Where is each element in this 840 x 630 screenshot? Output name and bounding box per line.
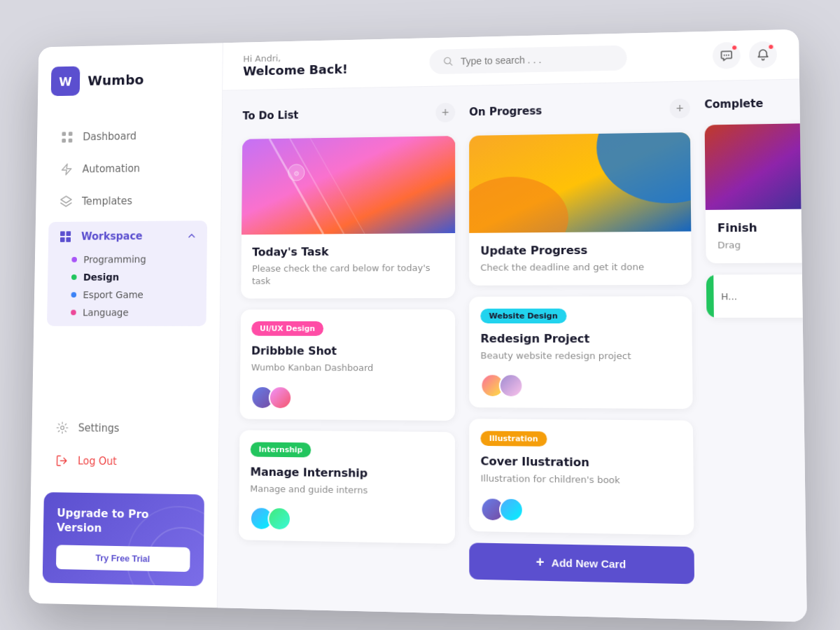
dribbble-shot-card[interactable]: UI/UX Design Dribbble Shot Wumbo Kanban … — [240, 309, 456, 420]
svg-rect-5 — [66, 231, 71, 236]
language-label: Language — [83, 307, 129, 318]
update-progress-card[interactable]: Update Progress Check the deadline and g… — [469, 132, 692, 286]
workspace-sub-language[interactable]: Language — [71, 307, 195, 318]
svg-rect-22 — [705, 123, 807, 210]
avatar — [499, 497, 524, 522]
update-progress-image — [469, 132, 691, 233]
add-card-label: Add New Card — [552, 556, 626, 570]
dribbble-footer — [240, 385, 455, 420]
redesign-title: Redesign Project — [480, 332, 680, 346]
language-dot — [71, 310, 76, 316]
workspace-icon — [59, 230, 72, 243]
workspace-sub-items: Programming Design Esport Game Language — [47, 251, 207, 326]
sidebar-dashboard-label: Dashboard — [83, 130, 136, 143]
sidebar-item-settings[interactable]: Settings — [45, 413, 205, 444]
internship-avatars — [250, 506, 291, 531]
complete-title: Complete — [704, 97, 763, 111]
internship-tag: Internship — [251, 442, 312, 457]
logo-area: W Wumbo — [51, 64, 209, 97]
dribbble-shot-body: UI/UX Design Dribbble Shot Wumbo Kanban … — [240, 309, 455, 386]
svg-text:⚙: ⚙ — [293, 169, 300, 177]
complete-card-desc: Drag — [718, 238, 807, 252]
internship-title: Manage Internship — [250, 465, 443, 481]
todo-header: To Do List + — [242, 100, 455, 128]
illustration-card[interactable]: Illustration Cover Ilustration Illustrat… — [469, 419, 694, 535]
add-new-card-button[interactable]: + Add New Card — [469, 542, 694, 584]
update-progress-desc: Check the deadline and get it done — [480, 260, 680, 274]
redesign-card[interactable]: Website Design Redesign Project Beauty w… — [469, 296, 692, 409]
svg-point-8 — [61, 426, 64, 430]
sidebar-item-logout[interactable]: Log Out — [44, 446, 204, 478]
progress-add-button[interactable]: + — [670, 99, 690, 119]
logo-icon: W — [51, 66, 80, 97]
redesign-body: Website Design Redesign Project Beauty w… — [469, 296, 692, 374]
sidebar-item-templates[interactable]: Templates — [49, 186, 208, 217]
upgrade-card: Upgrade to Pro Version Try Free Trial — [43, 493, 204, 587]
complete-card-image — [705, 123, 807, 210]
progress-header: On Progress + — [469, 96, 690, 125]
card-decoration — [705, 123, 807, 210]
avatar — [499, 374, 524, 398]
messages-button[interactable] — [713, 42, 741, 69]
topbar-icons — [713, 41, 777, 69]
sidebar-item-dashboard[interactable]: Dashboard — [50, 120, 208, 153]
update-progress-body: Update Progress Check the deadline and g… — [469, 232, 692, 286]
svg-rect-4 — [60, 231, 65, 236]
dribbble-tag: UI/UX Design — [251, 321, 323, 336]
logout-label: Log Out — [78, 455, 117, 468]
today-task-body: Today's Task Please check the card below… — [241, 233, 455, 299]
complete-card-body: Finish Drag — [706, 209, 807, 263]
upgrade-button[interactable]: Try Free Trial — [56, 545, 190, 572]
svg-rect-2 — [62, 139, 66, 143]
workspace-section: Workspace Programming Design — [47, 220, 207, 326]
svg-rect-6 — [60, 237, 65, 242]
esport-label: Esport Game — [83, 289, 144, 300]
internship-body: Internship Manage Internship Manage and … — [239, 430, 455, 510]
card-decoration: ⚙ — [241, 136, 455, 234]
nav-bottom: Settings Log Out Upgrade to Pro Version … — [43, 413, 205, 587]
sidebar-automation-label: Automation — [83, 162, 141, 175]
today-task-card[interactable]: ⚙ Today's Task Please check the card bel… — [241, 136, 455, 299]
design-dot — [71, 274, 77, 280]
complete-card[interactable]: Finish Drag — [705, 123, 807, 264]
progress-title: On Progress — [469, 104, 542, 118]
nav-items: Dashboard Automation Te — [47, 120, 209, 326]
dribbble-avatars — [251, 386, 292, 410]
today-task-title: Today's Task — [252, 244, 444, 258]
logout-icon — [55, 454, 69, 468]
svg-rect-7 — [66, 237, 71, 242]
notifications-badge — [768, 44, 774, 50]
kanban-board: To Do List + — [218, 80, 807, 622]
todo-add-button[interactable]: + — [435, 103, 455, 122]
dribbble-desc: Wumbo Kanban Dashboard — [251, 362, 444, 375]
sidebar-item-automation[interactable]: Automation — [50, 153, 209, 184]
search-input[interactable] — [461, 52, 612, 67]
notifications-button[interactable] — [749, 41, 777, 69]
search-bar[interactable] — [430, 46, 627, 75]
illustration-desc: Illustration for children's book — [481, 472, 682, 488]
bell-icon — [756, 48, 769, 62]
card-decoration — [469, 132, 691, 233]
complete-card-2[interactable]: H... — [706, 274, 807, 318]
update-progress-title: Update Progress — [480, 243, 680, 258]
chat-icon — [720, 49, 733, 62]
avatar — [267, 507, 291, 531]
workspace-sub-esport[interactable]: Esport Game — [71, 289, 195, 300]
welcome-area: Hi Andri, Welcome Back! — [243, 52, 348, 78]
chevron-up-icon — [187, 231, 197, 241]
workspace-sub-design[interactable]: Design — [71, 271, 196, 282]
internship-card[interactable]: Internship Manage Internship Manage and … — [239, 430, 455, 544]
main-content: Hi Andri, Welcome Back! — [218, 29, 807, 622]
illustration-tag: Illustration — [480, 431, 546, 447]
complete-card-title: Finish — [718, 220, 807, 235]
redesign-footer — [469, 374, 692, 410]
partial-card-hint: H... — [713, 284, 744, 309]
internship-footer — [239, 506, 455, 544]
card-accent — [706, 275, 714, 318]
redesign-desc: Beauty website redesign project — [480, 349, 680, 363]
workspace-sub-programming[interactable]: Programming — [71, 253, 196, 265]
workspace-header[interactable]: Workspace — [48, 220, 207, 251]
complete-column: Complete — [704, 93, 807, 608]
welcome-text: Welcome Back! — [243, 62, 348, 78]
todo-title: To Do List — [243, 109, 299, 122]
